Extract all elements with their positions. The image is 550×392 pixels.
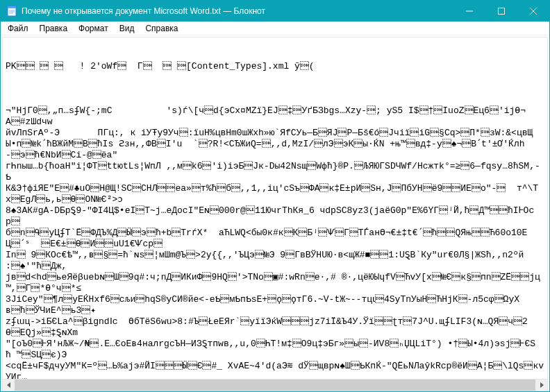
scroll-thumb[interactable]	[15, 380, 535, 391]
notepad-window: Почему не открывается документ Microsoft…	[0, 0, 550, 392]
svg-marker-10	[540, 382, 544, 388]
text-area[interactable]: PK   ! 2'oWf Г  [Content_Types].…	[2, 37, 548, 380]
maximize-button[interactable]	[485, 1, 517, 22]
menubar: Файл Правка Формат Вид Справка	[1, 22, 549, 35]
menu-file[interactable]: Файл	[3, 22, 34, 35]
text-body: ¬"HjГ0,„п…ѕʄW{-;mС 's)ѓ\[чd{эСх¤МZï}EJ…	[6, 105, 544, 380]
client-area: PK   ! 2'oWf Г  [Content_Types].…	[1, 35, 549, 391]
notepad-icon	[6, 6, 17, 17]
window-buttons	[453, 1, 549, 22]
minimize-button[interactable]	[453, 1, 485, 22]
svg-marker-9	[7, 382, 10, 388]
menu-help[interactable]: Справка	[140, 22, 183, 35]
scroll-track[interactable]	[15, 380, 535, 391]
window-title: Почему не открывается документ Microsoft…	[22, 6, 453, 16]
close-button[interactable]	[517, 1, 549, 22]
titlebar[interactable]: Почему не открывается документ Microsoft…	[1, 1, 549, 22]
menu-edit[interactable]: Правка	[34, 22, 74, 35]
scroll-left-button[interactable]	[3, 380, 15, 391]
svg-rect-6	[499, 8, 505, 15]
menu-format[interactable]: Формат	[73, 22, 114, 35]
svg-rect-1	[8, 6, 16, 8]
scroll-right-button[interactable]	[535, 380, 547, 391]
text-line-1: PK   ! 2'oWf Г  [Content_Types].…	[6, 61, 544, 72]
menu-view[interactable]: Вид	[114, 22, 140, 35]
horizontal-scrollbar[interactable]	[2, 380, 548, 391]
